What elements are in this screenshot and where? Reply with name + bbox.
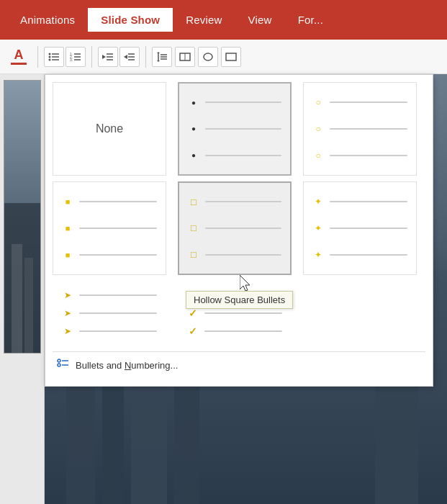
hollow-circle-row-3: ○ [312, 150, 407, 161]
bullet-row-2: ● [188, 125, 281, 132]
filled-circle-bullet-2: ● [188, 125, 199, 132]
bullet-option-arrow[interactable]: ➤ ➤ ➤ [53, 281, 166, 346]
svg-marker-16 [124, 55, 127, 59]
hollow-circle-row-1: ○ [312, 97, 407, 107]
bullet-option-filled-circle[interactable]: ● ● ● [178, 82, 292, 176]
tab-review[interactable]: Review [173, 8, 235, 32]
svg-marker-22 [157, 60, 160, 62]
svg-point-2 [49, 55, 51, 58]
a-line-3 [79, 330, 157, 332]
slide-panel [0, 74, 45, 504]
arrow-3: ➤ [62, 326, 73, 336]
fs-line-3 [79, 254, 157, 256]
indent-group [98, 47, 140, 67]
slide-thumbnail[interactable] [4, 80, 41, 354]
fs-line-1 [79, 201, 157, 202]
hs-line-1 [205, 201, 281, 202]
arrow-row-3: ➤ [62, 326, 157, 336]
checkmark-2: ✓ [187, 307, 199, 319]
a-line-1 [79, 294, 157, 296]
c-line-3 [204, 330, 282, 332]
unordered-list-button[interactable] [44, 47, 64, 67]
sub-ribbon: A 1. 2. 3. [0, 40, 447, 74]
bullet-row-3: ● [188, 151, 281, 159]
svg-point-0 [49, 53, 51, 55]
hollow-circle-3: ○ [312, 150, 324, 161]
svg-point-31 [58, 364, 60, 366]
svg-marker-12 [102, 55, 106, 59]
svg-point-28 [204, 53, 212, 60]
filled-square-1: ■ [62, 197, 73, 206]
font-color-button[interactable]: A [6, 44, 32, 70]
shape-button[interactable] [221, 47, 241, 67]
tab-animations[interactable]: Animations [7, 8, 88, 32]
numbering-underline: N [125, 360, 131, 371]
ribbon-bar: Animations Slide Show Review View For... [0, 0, 447, 40]
bullet-option-diamond[interactable]: ✦ ✦ ✦ [303, 181, 417, 275]
decrease-indent-button[interactable] [98, 47, 118, 67]
diamond-3: ✦ [312, 250, 324, 260]
hollow-circle-1: ○ [312, 97, 324, 107]
bullet-grid-row1: None ● ● ● ○ [53, 82, 425, 176]
diamond-1: ✦ [312, 197, 324, 207]
check-row-1: ✓ [187, 289, 282, 301]
line-spacing-button[interactable] [152, 47, 172, 67]
d-line-1 [330, 201, 407, 202]
hc-line-3 [330, 155, 407, 156]
tab-format[interactable]: For... [285, 8, 336, 32]
d-line-3 [330, 254, 407, 256]
ordered-list-button[interactable]: 1. 2. 3. [66, 47, 86, 67]
bullet-option-filled-square[interactable]: ■ ■ ■ [53, 181, 166, 275]
hs-line-3 [205, 254, 281, 256]
hollow-sq-row-1: □ [188, 197, 281, 207]
hollow-square-1: □ [188, 197, 199, 207]
check-row-2: ✓ [187, 307, 282, 319]
svg-marker-21 [157, 52, 160, 53]
bullets-and-numbering-button[interactable]: Bullets and Numbering... [53, 351, 425, 379]
tab-slideshow[interactable]: Slide Show [88, 8, 173, 32]
svg-text:3.: 3. [70, 58, 73, 62]
bullets-numbering-icon [57, 358, 70, 373]
bullet-option-hollow-circle[interactable]: ○ ○ ○ [303, 82, 417, 176]
c-line-2 [204, 312, 282, 314]
hc-line-1 [330, 102, 407, 103]
checkmark-1: ✓ [187, 289, 199, 301]
filled-sq-row-3: ■ [62, 251, 157, 259]
hollow-square-2: □ [188, 222, 199, 233]
columns-button[interactable] [198, 47, 218, 67]
bullet-line-3 [205, 155, 281, 156]
main-area: W None ● ● ● [0, 74, 447, 504]
hollow-square-3: □ [188, 249, 199, 260]
tab-view[interactable]: View [235, 8, 285, 32]
filled-sq-row-1: ■ [62, 197, 157, 206]
check-row-3: ✓ [187, 325, 282, 337]
filled-sq-row-2: ■ [62, 224, 157, 233]
svg-point-4 [49, 58, 51, 60]
increase-indent-button[interactable] [119, 47, 140, 67]
ribbon-separator-2 [91, 46, 92, 68]
filled-square-2: ■ [62, 224, 73, 233]
diamond-row-1: ✦ [312, 197, 407, 207]
filled-circle-bullet-3: ● [188, 151, 199, 159]
diamond-row-3: ✦ [312, 250, 407, 260]
bullet-grid-row3: ➤ ➤ ➤ ✓ ✓ [53, 281, 425, 346]
bullet-row-1: ● [188, 99, 281, 107]
text-direction-button[interactable] [175, 47, 195, 67]
bullet-option-hollow-square[interactable]: □ □ □ [178, 181, 292, 275]
arrow-1: ➤ [62, 290, 73, 300]
hollow-circle-2: ○ [312, 124, 324, 134]
hollow-sq-row-3: □ [188, 249, 281, 260]
bullet-option-checkmark[interactable]: ✓ ✓ ✓ [178, 281, 292, 346]
filled-circle-bullet-1: ● [188, 99, 199, 107]
diamond-2: ✦ [312, 223, 324, 233]
arrow-2: ➤ [62, 308, 73, 318]
hollow-sq-row-2: □ [188, 222, 281, 233]
bullet-option-none[interactable]: None [53, 82, 166, 176]
bullet-option-empty[interactable] [303, 281, 417, 346]
hollow-circle-row-2: ○ [312, 124, 407, 134]
font-color-a-label: A [14, 48, 24, 61]
d-line-2 [330, 228, 407, 229]
bullet-list-group: 1. 2. 3. [44, 47, 86, 67]
svg-point-30 [58, 359, 60, 362]
bullet-line-1 [205, 102, 281, 103]
